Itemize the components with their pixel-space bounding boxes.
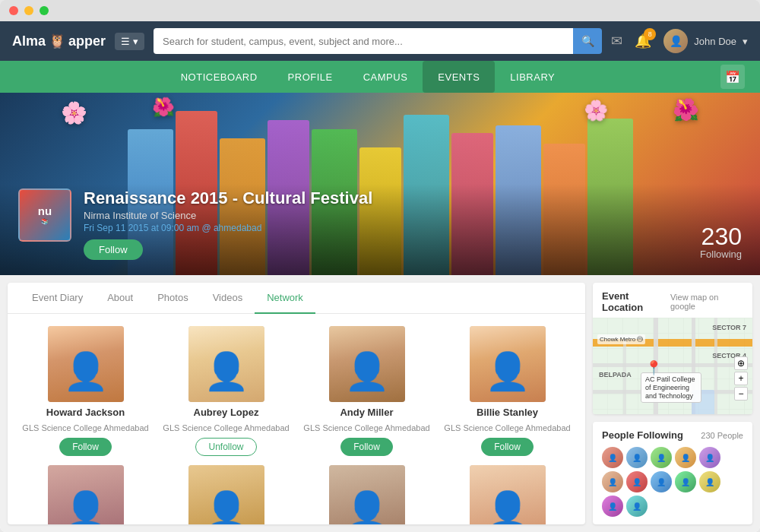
person-school: GLS Science College Ahmedabad: [303, 423, 429, 433]
mini-avatar[interactable]: 👤: [651, 471, 672, 492]
tab-event-diary[interactable]: Event Diary: [20, 283, 95, 314]
logo-text2: apper: [68, 33, 106, 49]
follow-button[interactable]: Follow: [340, 438, 393, 456]
tab-about[interactable]: About: [95, 283, 145, 314]
search-button[interactable]: 🔍: [573, 28, 602, 54]
mail-icon: ✉: [611, 33, 622, 49]
mail-button[interactable]: ✉: [611, 33, 622, 49]
belpada-label: BELPADA: [599, 371, 632, 378]
mini-avatar[interactable]: 👤: [675, 447, 696, 468]
window-chrome: [0, 0, 760, 21]
owl-icon: 🦉: [49, 33, 65, 49]
map-header: Event Location View map on google: [593, 283, 752, 318]
follow-button[interactable]: Follow: [481, 438, 534, 456]
user-menu[interactable]: 👤 John Doe ▾: [663, 29, 748, 53]
event-info: nu 📚 Renaissance 2015 - Cultural Festiva…: [18, 188, 372, 260]
hamburger-button[interactable]: ☰ ▾: [115, 33, 144, 50]
calendar-icon: 📅: [725, 70, 740, 84]
maximize-btn[interactable]: [40, 6, 49, 15]
person-school: GLS Science College Ahmedabad: [163, 423, 289, 433]
chevron-down-icon: ▾: [743, 36, 748, 47]
zoom-fullscreen-button[interactable]: ⊕: [734, 356, 748, 370]
metro-label: Chowk Metro ⓜ: [597, 334, 645, 344]
following-avatars: 👤 👤 👤 👤 👤 👤 👤 👤 👤 👤 👤 👤: [602, 447, 743, 517]
mini-avatar[interactable]: 👤: [675, 471, 696, 492]
following-count-label: 230 People: [701, 431, 743, 440]
sub-nav-right: 📅: [720, 65, 745, 89]
tab-videos[interactable]: Videos: [201, 283, 255, 314]
logo: Alma 🦉 apper: [12, 33, 106, 49]
zoom-in-button[interactable]: +: [734, 372, 748, 385]
person-avatar: 👤: [48, 465, 124, 524]
following-title: People Following: [602, 429, 683, 441]
list-item: 👤 Aubrey Lopez GLS Science College Ahmed…: [160, 326, 292, 456]
list-item: 👤 Tom Brown GLS Science College Ahmedaba…: [160, 465, 292, 524]
tabs: Event Diary About Photos Videos Network: [8, 283, 585, 314]
person-avatar: 👤: [48, 326, 124, 402]
place-label: AC Patil College of Engineering and Tech…: [641, 372, 701, 403]
mini-avatar[interactable]: 👤: [651, 447, 672, 468]
sidebar-item-profile[interactable]: PROFILE: [273, 61, 348, 93]
search-bar: 🔍: [154, 28, 602, 54]
follow-button[interactable]: Follow: [59, 438, 112, 456]
mini-avatar[interactable]: 👤: [699, 471, 720, 492]
hero-banner: 🌸 🌺 🌸 🌺 nu 📚 Renaissance 2015 - Cultural…: [0, 93, 760, 275]
sidebar-item-campus[interactable]: CAMPUS: [348, 61, 423, 93]
map-container: SECTOR 7 SECTOR 4 BELPADA SECTOR 1 Chowk…: [593, 318, 752, 414]
notification-badge: 8: [644, 28, 656, 40]
event-details: Renaissance 2015 - Cultural Festival Nir…: [84, 188, 372, 260]
event-date: Fri Sep 11 2015 at 09:00 am @ ahmedabad: [84, 223, 372, 233]
sidebar-item-events[interactable]: EVENTS: [423, 61, 495, 93]
person-school: GLS Science College Ahmedabad: [444, 423, 570, 433]
left-panel: Event Diary About Photos Videos Network …: [8, 283, 585, 524]
follow-event-button[interactable]: Follow: [84, 239, 143, 260]
person-name: Andy Miller: [340, 407, 393, 418]
person-avatar: 👤: [470, 326, 546, 402]
list-item: 👤 Priya Sharma GLS Science College Ahmed…: [301, 465, 432, 524]
person-school: GLS Science College Ahmedabad: [22, 423, 148, 433]
mini-avatar[interactable]: 👤: [602, 471, 623, 492]
following-widget: People Following 230 People 👤 👤 👤 👤 👤 👤 …: [593, 422, 752, 524]
sidebar-item-noticeboard[interactable]: NOTICEBOARD: [166, 61, 273, 93]
calendar-button[interactable]: 📅: [720, 65, 745, 89]
right-panel: Event Location View map on google: [585, 275, 760, 532]
app-wrapper: Alma 🦉 apper ☰ ▾ 🔍 ✉ 🔔 8 👤 John Doe: [0, 21, 760, 532]
mini-avatar[interactable]: 👤: [626, 471, 648, 492]
search-input[interactable]: [154, 28, 573, 54]
mini-avatar[interactable]: 👤: [602, 447, 623, 468]
tab-photos[interactable]: Photos: [145, 283, 200, 314]
event-logo: nu 📚: [18, 188, 71, 242]
mini-avatar[interactable]: 👤: [602, 496, 623, 517]
tab-network[interactable]: Network: [255, 283, 315, 314]
map-link[interactable]: View map on google: [670, 293, 743, 311]
person-avatar: 👤: [188, 326, 264, 402]
mini-avatar[interactable]: 👤: [699, 447, 720, 468]
sidebar-item-library[interactable]: LIBRARY: [495, 61, 570, 93]
mini-avatar[interactable]: 👤: [626, 496, 648, 517]
sub-nav-items: NOTICEBOARD PROFILE CAMPUS EVENTS LIBRAR…: [15, 61, 720, 93]
close-btn[interactable]: [9, 6, 18, 15]
map-widget: Event Location View map on google: [593, 283, 752, 414]
list-item: 👤 Andy Miller GLS Science College Ahmeda…: [301, 326, 432, 456]
unfollow-button[interactable]: Unfollow: [195, 438, 256, 456]
notifications-button[interactable]: 🔔 8: [635, 33, 651, 49]
person-avatar: 👤: [329, 465, 405, 524]
following-label: Following: [700, 249, 742, 260]
svg-rect-4: [593, 363, 752, 367]
search-icon: 🔍: [581, 35, 594, 47]
map-zoom-controls: ⊕ + −: [734, 356, 748, 401]
following-header: People Following 230 People: [602, 429, 743, 441]
sector-7-label: SECTOR 7: [712, 324, 746, 331]
mini-avatar[interactable]: 👤: [626, 447, 648, 468]
zoom-out-button[interactable]: −: [734, 387, 748, 401]
map-title: Event Location: [602, 290, 670, 313]
person-name: Howard Jackson: [46, 407, 125, 418]
minimize-btn[interactable]: [24, 6, 33, 15]
nav-right: ✉ 🔔 8 👤 John Doe ▾: [611, 29, 748, 53]
user-name: John Doe: [694, 36, 736, 47]
top-navbar: Alma 🦉 apper ☰ ▾ 🔍 ✉ 🔔 8 👤 John Doe: [0, 21, 760, 61]
event-title: Renaissance 2015 - Cultural Festival: [84, 188, 372, 208]
person-avatar: 👤: [329, 326, 405, 402]
person-name: Aubrey Lopez: [194, 407, 259, 418]
main-content: Event Diary About Photos Videos Network …: [0, 275, 760, 532]
